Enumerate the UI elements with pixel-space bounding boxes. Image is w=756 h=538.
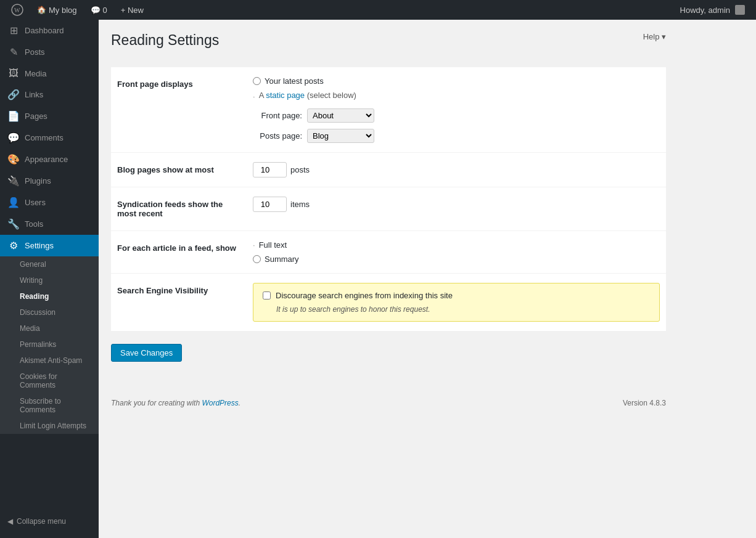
syndication-feeds-label: Syndication feeds show the most recent <box>111 187 247 231</box>
tools-icon: 🔧 <box>7 218 20 230</box>
settings-arrow <box>94 241 99 251</box>
collapse-icon: ◀ <box>7 517 13 526</box>
static-page-link[interactable]: static page <box>266 91 305 100</box>
wp-logo[interactable]: W <box>6 4 28 16</box>
collapse-menu-button[interactable]: ◀ Collapse menu <box>0 511 99 532</box>
settings-form: Front page displays Your latest posts · … <box>111 67 666 332</box>
front-page-label: Front page displays <box>111 67 247 153</box>
search-engine-checkbox-label: Discourage search engines from indexing … <box>276 291 453 300</box>
posts-page-select[interactable]: Blog About Sample Page <box>307 129 374 143</box>
sidebar-item-links[interactable]: 🔗 Links <box>0 84 99 105</box>
comments-icon: 💬 <box>7 132 20 144</box>
submenu-item-media[interactable]: Media <box>0 320 99 336</box>
users-icon: 👤 <box>7 197 20 208</box>
sidebar-item-plugins[interactable]: 🔌 Plugins <box>0 170 99 192</box>
new-content[interactable]: + New <box>116 6 149 15</box>
blog-pages-input[interactable] <box>253 162 287 177</box>
links-icon: 🔗 <box>7 89 20 100</box>
syndication-feeds-suffix: items <box>290 200 310 209</box>
blog-pages-label: Blog pages show at most <box>111 153 247 187</box>
search-engine-note: It is up to search engines to honor this… <box>263 305 650 314</box>
footer: Thank you for creating with WordPress. V… <box>111 386 666 414</box>
submit-section: Save Changes <box>111 344 666 362</box>
submenu-item-discussion[interactable]: Discussion <box>0 304 99 320</box>
posts-page-select-label: Posts page: <box>253 131 302 141</box>
submenu-item-akismet[interactable]: Akismet Anti-Spam <box>0 353 99 369</box>
submenu-item-reading[interactable]: Reading <box>0 288 99 304</box>
main-content: Reading Settings Help ▾ Front page displ… <box>99 20 756 538</box>
sidebar-item-media[interactable]: 🖼 Media <box>0 63 99 84</box>
sidebar-item-comments[interactable]: 💬 Comments <box>0 127 99 149</box>
submenu-item-writing[interactable]: Writing <box>0 272 99 288</box>
front-page-select[interactable]: About Sample Page Blog <box>307 108 374 123</box>
sidebar-item-posts[interactable]: ✎ Posts <box>0 41 99 63</box>
sidebar-item-appearance[interactable]: 🎨 Appearance <box>0 149 99 170</box>
dashboard-icon: ⊞ <box>7 25 20 36</box>
submenu-item-limit-login[interactable]: Limit Login Attempts <box>0 418 99 434</box>
syndication-feeds-input[interactable] <box>253 197 287 212</box>
site-name[interactable]: 🏠 My blog <box>32 6 82 15</box>
search-engine-checkbox[interactable] <box>263 291 271 300</box>
footer-credit: Thank you for creating with WordPress. <box>111 399 240 407</box>
appearance-icon: 🎨 <box>7 153 20 165</box>
feed-article-label: For each article in a feed, show <box>111 231 247 274</box>
submenu-item-general[interactable]: General <box>0 256 99 272</box>
save-changes-button[interactable]: Save Changes <box>111 344 182 362</box>
sidebar-item-dashboard[interactable]: ⊞ Dashboard <box>0 20 99 41</box>
summary-label: Summary <box>265 255 299 264</box>
pages-icon: 📄 <box>7 110 20 122</box>
sidebar: ⊞ Dashboard ✎ Posts 🖼 Media 🔗 Links 📄 Pa… <box>0 20 99 538</box>
media-icon: 🖼 <box>7 68 20 79</box>
posts-icon: ✎ <box>7 46 20 58</box>
plugins-icon: 🔌 <box>7 175 20 187</box>
help-tab[interactable]: Help ▾ <box>643 32 666 41</box>
submenu-item-subscribe[interactable]: Subscribe to Comments <box>0 393 99 418</box>
latest-posts-label: Your latest posts <box>265 76 324 86</box>
sidebar-item-users[interactable]: 👤 Users <box>0 192 99 213</box>
page-title: Reading Settings <box>111 32 219 49</box>
sidebar-item-settings[interactable]: ⚙ Settings <box>0 235 99 256</box>
footer-version: Version 4.8.3 <box>623 399 666 407</box>
comments-count[interactable]: 💬 0 <box>86 6 112 15</box>
submenu-item-cookies[interactable]: Cookies for Comments <box>0 369 99 393</box>
sidebar-item-tools[interactable]: 🔧 Tools <box>0 213 99 235</box>
howdy-user[interactable]: Howdy, admin <box>675 5 750 15</box>
summary-radio[interactable] <box>253 255 261 263</box>
full-text-label: Full text <box>259 240 287 250</box>
search-engine-label: Search Engine Visibility <box>111 274 247 332</box>
latest-posts-radio[interactable] <box>253 77 261 85</box>
submenu-item-permalinks[interactable]: Permalinks <box>0 336 99 353</box>
svg-text:W: W <box>14 7 20 14</box>
sidebar-item-pages[interactable]: 📄 Pages <box>0 105 99 127</box>
settings-icon: ⚙ <box>7 240 20 251</box>
wordpress-link[interactable]: WordPress <box>202 399 238 407</box>
front-page-select-label: Front page: <box>253 111 302 120</box>
search-engine-box: Discourage search engines from indexing … <box>253 283 660 322</box>
settings-submenu: General Writing Reading Discussion Media… <box>0 256 99 434</box>
static-page-note: A static page (select below) <box>259 91 356 100</box>
blog-pages-suffix: posts <box>290 165 310 174</box>
admin-bar: W 🏠 My blog 💬 0 + New Howdy, admin <box>0 0 756 20</box>
